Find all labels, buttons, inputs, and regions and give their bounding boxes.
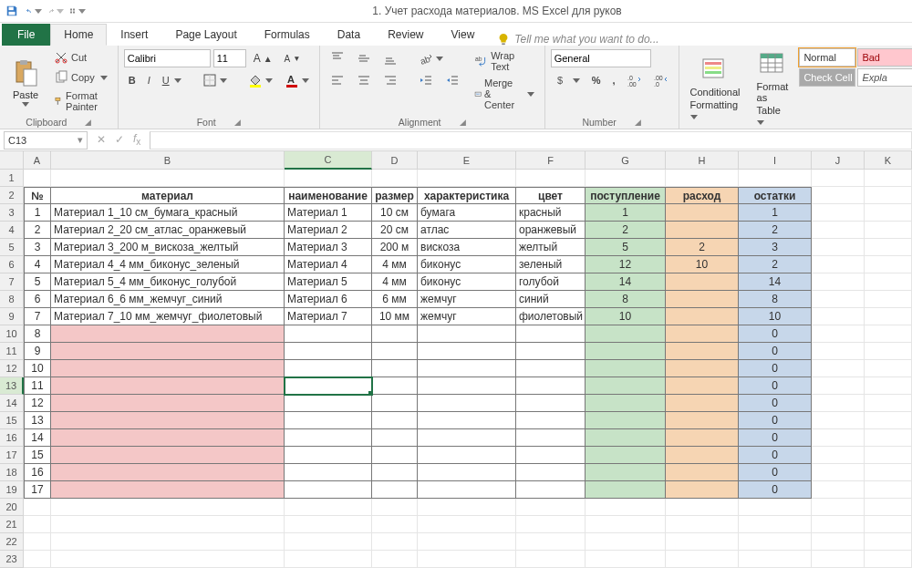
cell-H9[interactable] [666,308,739,325]
cell-E11[interactable] [418,343,516,360]
cell-G3[interactable]: 1 [586,204,666,222]
tab-data[interactable]: Data [324,24,374,46]
row-header-20[interactable]: 20 [0,499,24,516]
cell-E6[interactable]: биконус [418,256,516,273]
cell-B14[interactable] [51,395,285,412]
cell-F23[interactable] [516,551,586,568]
select-all-button[interactable] [0,151,24,170]
cell-A12[interactable]: 10 [24,360,51,377]
borders-button[interactable] [198,71,232,89]
cell-F11[interactable] [516,343,586,360]
cell-I20[interactable] [739,499,812,516]
merge-center-button[interactable]: Merge & Center [470,76,539,112]
cell-A7[interactable]: 5 [24,273,51,291]
cell-F3[interactable]: красный [516,204,586,222]
cell-E7[interactable]: биконус [418,273,516,291]
row-header-4[interactable]: 4 [0,222,24,239]
cell-K3[interactable] [865,204,912,222]
cell-B4[interactable]: Материал 2_20 см_атлас_оранжевый [51,222,285,239]
cell-F20[interactable] [516,499,586,516]
cell-A18[interactable]: 16 [24,464,51,481]
cell-K18[interactable] [865,464,912,481]
cell-A19[interactable]: 17 [24,481,51,499]
cell-B11[interactable] [51,343,285,360]
orientation-button[interactable]: ab [414,49,448,67]
cell-I4[interactable]: 2 [739,222,812,239]
comma-format-button[interactable]: , [607,73,619,88]
cell-D14[interactable] [372,395,418,412]
increase-indent-button[interactable] [440,71,464,89]
align-center-button[interactable] [352,71,376,89]
cell-K15[interactable] [865,412,912,429]
cell-J17[interactable] [812,447,865,464]
cell-J22[interactable] [812,533,865,551]
cell-C21[interactable] [285,516,372,533]
row-header-18[interactable]: 18 [0,464,24,481]
cell-H1[interactable] [666,170,739,187]
cell-B20[interactable] [51,499,285,516]
copy-button[interactable]: Copy [49,68,112,87]
cell-C9[interactable]: Материал 7 [285,308,372,325]
row-header-5[interactable]: 5 [0,239,24,256]
cell-H23[interactable] [666,551,739,568]
tell-me-search[interactable]: Tell me what you want to do... [488,33,668,46]
font-color-button[interactable]: A [280,71,314,89]
cell-K7[interactable] [865,273,912,291]
cell-I1[interactable] [739,170,812,187]
tab-home[interactable]: Home [50,24,107,46]
cell-J1[interactable] [812,170,865,187]
cell-D8[interactable]: 6 мм [372,291,418,308]
cell-B10[interactable] [51,325,285,343]
cell-J13[interactable] [812,377,865,395]
align-top-button[interactable] [326,49,349,67]
cell-J4[interactable] [812,222,865,239]
cell-J6[interactable] [812,256,865,273]
fill-color-button[interactable] [244,71,277,89]
row-header-3[interactable]: 3 [0,204,24,222]
row-header-13[interactable]: 13 [0,377,24,395]
cell-D3[interactable]: 10 см [372,204,418,222]
cell-I21[interactable] [739,516,812,533]
cell-B3[interactable]: Материал 1_10 см_бумага_красный [51,204,285,222]
cell-D20[interactable] [372,499,418,516]
cell-A1[interactable] [24,170,51,187]
cell-I15[interactable]: 0 [739,412,812,429]
cell-H22[interactable] [666,533,739,551]
cell-G23[interactable] [586,551,666,568]
cell-H16[interactable] [666,429,739,447]
cell-E22[interactable] [418,533,516,551]
cell-I2[interactable]: остатки [739,187,812,204]
cell-K16[interactable] [865,429,912,447]
col-header-D[interactable]: D [372,151,418,170]
tab-formulas[interactable]: Formulas [251,24,324,46]
cell-F19[interactable] [516,481,586,499]
cell-E17[interactable] [418,447,516,464]
cell-G10[interactable] [586,325,666,343]
cell-G13[interactable] [586,377,666,395]
cell-J5[interactable] [812,239,865,256]
cell-G6[interactable]: 12 [586,256,666,273]
cell-H18[interactable] [666,464,739,481]
alignment-dialog-launcher-icon[interactable]: ◢ [460,118,466,127]
cell-H12[interactable] [666,360,739,377]
cell-E15[interactable] [418,412,516,429]
cell-E5[interactable]: вискоза [418,239,516,256]
cell-H19[interactable] [666,481,739,499]
cell-K17[interactable] [865,447,912,464]
cell-D11[interactable] [372,343,418,360]
cell-D6[interactable]: 4 мм [372,256,418,273]
row-header-21[interactable]: 21 [0,516,24,533]
cell-G5[interactable]: 5 [586,239,666,256]
cell-C6[interactable]: Материал 4 [285,256,372,273]
cell-H2[interactable]: расход [666,187,739,204]
increase-font-button[interactable]: A▲ [249,50,277,67]
cell-G12[interactable] [586,360,666,377]
row-header-23[interactable]: 23 [0,551,24,568]
cell-F22[interactable] [516,533,586,551]
paste-button[interactable]: Paste [5,48,46,116]
cell-F12[interactable] [516,360,586,377]
cell-A16[interactable]: 14 [24,429,51,447]
cell-K13[interactable] [865,377,912,395]
cell-K21[interactable] [865,516,912,533]
cell-C12[interactable] [285,360,372,377]
